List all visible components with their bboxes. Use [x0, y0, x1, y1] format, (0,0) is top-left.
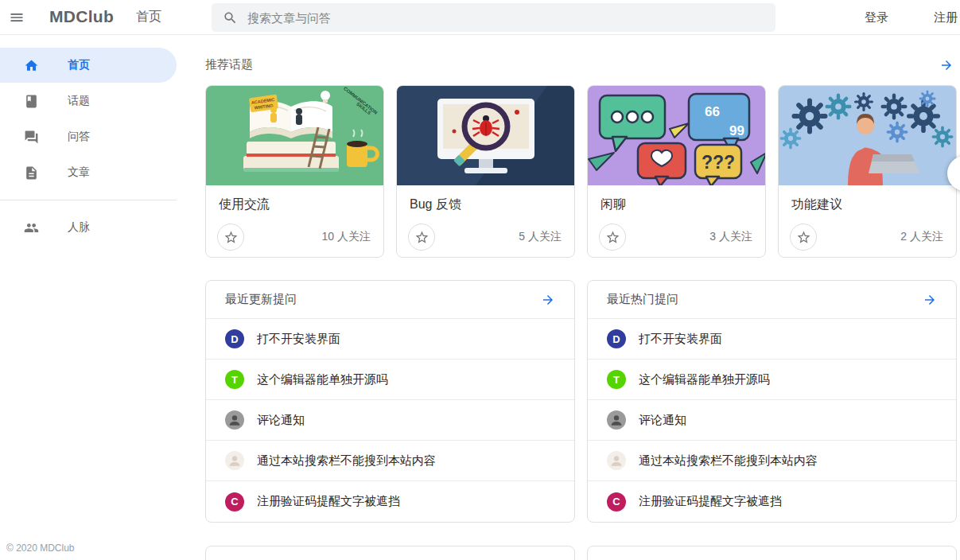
question-list-item[interactable]: C注册验证码提醒文字被遮挡	[588, 481, 956, 522]
panel-title: 最近更新提问	[225, 292, 297, 307]
question-author-avatar: D	[607, 329, 626, 348]
arrow-right-icon	[541, 293, 555, 307]
topic-card[interactable]: 66 99 ??? 闲聊 3 人关注	[587, 85, 766, 258]
sidebar-item-label: 话题	[68, 94, 90, 108]
sidebar-item-label: 首页	[68, 58, 90, 72]
svg-text:99: 99	[729, 123, 744, 138]
sidebar-divider	[0, 200, 177, 200]
sidebar-item-label: 文章	[68, 165, 90, 180]
topic-title[interactable]: 使用交流	[206, 185, 383, 212]
article-icon	[24, 165, 39, 181]
topic-card[interactable]: 功能建议 2 人关注	[778, 85, 957, 258]
menu-button[interactable]	[6, 7, 27, 28]
search-icon	[223, 10, 238, 25]
person-icon	[609, 453, 624, 468]
star-icon	[223, 230, 239, 245]
topic-cover-books-illustration[interactable]: ACADEMIC WRITING COMMUNICATION SKILLS	[206, 86, 383, 185]
panel-title: 最近热门提问	[607, 292, 678, 307]
sidebar-item-label: 人脉	[68, 220, 90, 235]
question-author-avatar	[225, 451, 244, 470]
menu-icon	[9, 10, 25, 25]
arrow-right-icon	[923, 293, 937, 307]
follower-count: 10 人关注	[322, 230, 371, 244]
view-all-questions-button[interactable]	[541, 293, 555, 307]
person-icon	[227, 413, 242, 427]
login-button[interactable]: 登录	[861, 0, 892, 35]
recent-updated-questions-panel: 最近更新提问 D打不开安装界面T这个编辑器能单独开源吗评论通知通过本站搜索栏不能…	[205, 280, 575, 523]
topic-title[interactable]: 闲聊	[588, 185, 765, 212]
question-list-item[interactable]: T这个编辑器能单独开源吗	[206, 360, 574, 400]
sidebar-item-people[interactable]: 人脉	[0, 210, 177, 245]
question-author-avatar	[225, 410, 244, 430]
question-panels-row: 最近更新提问 D打不开安装界面T这个编辑器能单独开源吗评论通知通过本站搜索栏不能…	[205, 280, 957, 523]
panel-header: 最近热门提问	[588, 281, 956, 319]
view-all-questions-button[interactable]	[923, 293, 937, 307]
search-input[interactable]	[247, 11, 740, 25]
question-title: 打不开安装界面	[639, 332, 722, 347]
search-bar[interactable]	[212, 3, 775, 32]
topic-cards-row: ACADEMIC WRITING COMMUNICATION SKILLS 使用…	[205, 85, 957, 258]
recommended-topics-header: 推荐话题	[205, 57, 954, 72]
question-list-item[interactable]: 通过本站搜索栏不能搜到本站内容	[206, 441, 574, 481]
topic-icon	[24, 94, 39, 109]
sidebar-item-home[interactable]: 首页	[0, 48, 177, 83]
star-icon	[414, 230, 429, 245]
sidebar-item-topics[interactable]: 话题	[0, 84, 177, 119]
topic-card[interactable]: ACADEMIC WRITING COMMUNICATION SKILLS 使用…	[205, 85, 384, 258]
bottom-panel-right	[587, 546, 957, 560]
follow-star-button[interactable]	[408, 224, 435, 251]
app-logo[interactable]: MDClub	[49, 7, 114, 26]
topic-title[interactable]: Bug 反馈	[397, 185, 574, 212]
recent-hot-questions-panel: 最近热门提问 D打不开安装界面T这个编辑器能单独开源吗评论通知通过本站搜索栏不能…	[587, 280, 957, 523]
question-list-item[interactable]: 评论通知	[588, 400, 956, 441]
question-title: 评论通知	[257, 413, 305, 428]
section-title: 推荐话题	[205, 57, 253, 72]
register-button[interactable]: 注册	[930, 0, 960, 35]
question-title: 注册验证码提醒文字被遮挡	[257, 494, 400, 509]
chevron-right-icon	[955, 164, 960, 183]
sidebar-nav: 首页 话题 问答 文章 人脉	[0, 35, 177, 246]
question-list-item[interactable]: D打不开安装界面	[588, 319, 956, 360]
follow-star-button[interactable]	[599, 224, 626, 251]
question-list-item[interactable]: 通过本站搜索栏不能搜到本站内容	[588, 441, 956, 481]
qa-icon	[24, 130, 39, 145]
question-title: 注册验证码提醒文字被遮挡	[639, 494, 782, 509]
view-all-topics-button[interactable]	[939, 58, 954, 72]
follower-count: 5 人关注	[519, 230, 562, 244]
question-title: 通过本站搜索栏不能搜到本站内容	[257, 453, 436, 469]
topic-title[interactable]: 功能建议	[779, 185, 956, 212]
sidebar-item-articles[interactable]: 文章	[0, 155, 177, 190]
follow-star-button[interactable]	[217, 224, 244, 251]
topic-cover-gears-illustration[interactable]	[779, 86, 956, 185]
question-title: 评论通知	[639, 413, 686, 428]
bottom-panel-left	[205, 546, 575, 560]
svg-text:???: ???	[702, 152, 735, 173]
follower-count: 3 人关注	[709, 230, 752, 244]
question-title: 通过本站搜索栏不能搜到本站内容	[639, 453, 818, 469]
topic-cover-chat-illustration[interactable]: 66 99 ???	[588, 86, 765, 185]
question-title: 这个编辑器能单独开源吗	[257, 372, 388, 387]
topic-card[interactable]: Bug 反馈 5 人关注	[396, 85, 575, 258]
home-icon	[24, 58, 39, 73]
question-author-avatar	[607, 410, 626, 430]
question-author-avatar: T	[225, 370, 244, 389]
bottom-panels-row	[205, 546, 957, 560]
question-list-item[interactable]: D打不开安装界面	[206, 319, 574, 360]
question-author-avatar: C	[607, 492, 626, 511]
question-list-item[interactable]: T这个编辑器能单独开源吗	[588, 360, 956, 400]
topnav-home[interactable]: 首页	[136, 9, 161, 25]
svg-text:66: 66	[705, 104, 720, 119]
question-author-avatar: C	[225, 492, 244, 511]
person-icon	[227, 453, 242, 468]
panel-header: 最近更新提问	[206, 281, 574, 319]
people-icon	[24, 220, 39, 235]
topic-cover-bug-illustration[interactable]	[397, 86, 574, 185]
question-list-item[interactable]: 评论通知	[206, 400, 574, 441]
star-icon	[796, 230, 811, 245]
follower-count: 2 人关注	[900, 230, 943, 244]
star-icon	[605, 230, 620, 245]
sidebar-item-questions[interactable]: 问答	[0, 119, 177, 154]
question-title: 打不开安装界面	[257, 332, 340, 347]
question-list-item[interactable]: C注册验证码提醒文字被遮挡	[206, 481, 574, 522]
follow-star-button[interactable]	[790, 224, 817, 251]
